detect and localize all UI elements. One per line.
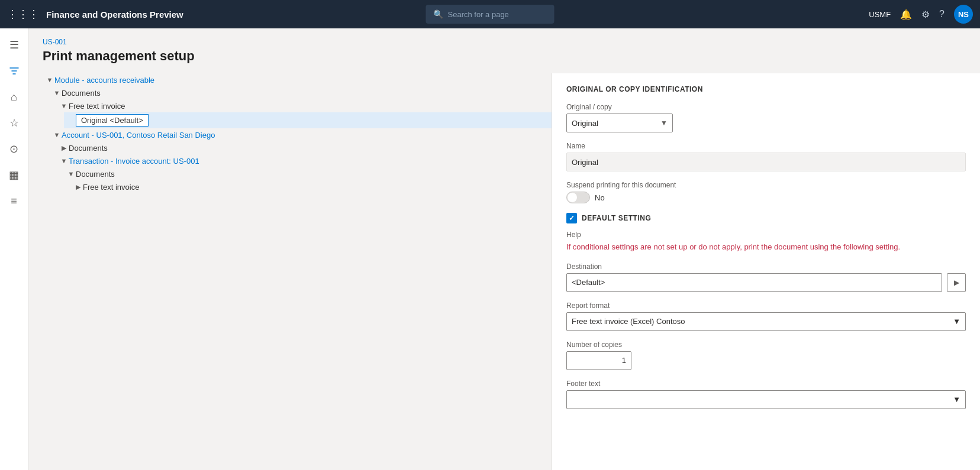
tree-label-free-text-invoice-1: Free text invoice: [69, 102, 125, 111]
tree-toggle-icon: ▼: [52, 130, 62, 140]
tree-item-transaction[interactable]: ▼ Transaction - Invoice account: US-001: [57, 154, 552, 167]
help-section: Help If conditional settings are not set…: [566, 231, 966, 253]
number-of-copies-value: 1: [622, 356, 626, 365]
tree-panel: ▼ Module - accounts receivable ▼ Documen…: [43, 73, 552, 470]
report-format-field-group: Report format Free text invoice (Excel) …: [566, 302, 966, 331]
default-setting-row: DEFAULT SETTING: [566, 213, 966, 223]
footer-text-field-group: Footer text ▼: [566, 380, 966, 409]
tree-label-original-default: Original <Default>: [76, 114, 149, 127]
tree-item-original-default[interactable]: Original <Default>: [64, 112, 552, 128]
main-content: US-001 Print management setup ▼ Module -…: [28, 28, 980, 470]
tree-item-documents-1[interactable]: ▼ Documents: [50, 86, 552, 99]
name-field: Original: [566, 153, 966, 171]
tree-item-account[interactable]: ▼ Account - US-001, Contoso Retail San D…: [50, 128, 552, 141]
notification-icon[interactable]: 🔔: [900, 9, 912, 20]
tree-toggle-icon: ▶: [59, 143, 69, 153]
settings-icon[interactable]: ⚙: [921, 9, 930, 20]
suspend-toggle-row: No: [566, 192, 966, 203]
breadcrumb: US-001: [43, 38, 980, 46]
name-field-group: Name Original: [566, 142, 966, 171]
suspend-field-group: Suspend printing for this document No: [566, 181, 966, 203]
tree-label-documents-2: Documents: [69, 144, 108, 153]
default-setting-label: DEFAULT SETTING: [582, 214, 651, 222]
sidebar-home-icon[interactable]: ⌂: [2, 85, 26, 109]
content-area: ▼ Module - accounts receivable ▼ Documen…: [43, 73, 980, 470]
report-format-value: Free text invoice (Excel) Contoso: [572, 317, 685, 326]
section-title-original-copy: ORIGINAL OR COPY IDENTIFICATION: [566, 85, 966, 93]
suspend-toggle-label: No: [595, 193, 605, 202]
report-format-label: Report format: [566, 302, 966, 310]
left-sidebar: ☰ ⌂ ☆ ⊙ ▦ ≡: [0, 28, 28, 470]
original-copy-dropdown[interactable]: Original ▼: [566, 114, 673, 132]
sidebar-modules-icon[interactable]: ≡: [2, 189, 26, 213]
sidebar-favorites-icon[interactable]: ☆: [2, 111, 26, 135]
company-label: USMF: [869, 10, 891, 19]
tree-toggle-icon: ▶: [73, 182, 83, 192]
tree-item-documents-2[interactable]: ▶ Documents: [57, 141, 552, 154]
default-setting-checkbox[interactable]: [566, 213, 577, 223]
destination-button[interactable]: ▶: [947, 273, 966, 292]
number-of-copies-label: Number of copies: [566, 341, 966, 349]
destination-value: <Default>: [572, 278, 605, 287]
app-title: Finance and Operations Preview: [46, 9, 183, 20]
top-nav-right: USMF 🔔 ⚙ ? NS: [869, 5, 973, 24]
destination-field-group: Destination <Default> ▶: [566, 262, 966, 292]
tree-toggle-icon: ▼: [45, 75, 54, 85]
tree-label-transaction: Transaction - Invoice account: US-001: [69, 157, 199, 166]
help-icon[interactable]: ?: [939, 9, 944, 20]
chevron-down-icon: ▼: [953, 395, 960, 404]
destination-label: Destination: [566, 262, 966, 271]
sidebar-hamburger-icon[interactable]: ☰: [2, 33, 26, 57]
search-input[interactable]: [448, 10, 547, 19]
chevron-down-icon: ▼: [953, 317, 960, 326]
app-grid-icon[interactable]: ⋮⋮⋮: [7, 8, 39, 21]
top-navigation: ⋮⋮⋮ Finance and Operations Preview 🔍 USM…: [0, 0, 980, 28]
footer-text-label: Footer text: [566, 380, 966, 388]
tree-label-account: Account - US-001, Contoso Retail San Die…: [62, 131, 215, 140]
tree-label-documents-1: Documents: [62, 89, 101, 98]
destination-row: <Default> ▶: [566, 273, 966, 292]
tree-label-module: Module - accounts receivable: [54, 76, 154, 85]
tree-toggle-icon: ▼: [59, 156, 69, 166]
tree-label-documents-3: Documents: [76, 170, 115, 179]
tree-toggle-icon: ▼: [59, 101, 69, 111]
tree-toggle-icon: ▼: [66, 169, 76, 179]
suspend-label: Suspend printing for this document: [566, 181, 966, 189]
sidebar-workspaces-icon[interactable]: ▦: [2, 163, 26, 187]
number-of-copies-field[interactable]: 1: [566, 351, 631, 370]
page-title: Print management setup: [43, 48, 980, 64]
tree-item-module[interactable]: ▼ Module - accounts receivable: [43, 73, 552, 86]
report-format-dropdown[interactable]: Free text invoice (Excel) Contoso ▼: [566, 312, 966, 331]
original-copy-label: Original / copy: [566, 103, 966, 111]
play-icon: ▶: [954, 278, 959, 287]
tree-label-free-text-invoice-2: Free text invoice: [83, 183, 139, 192]
suspend-toggle[interactable]: [566, 192, 590, 203]
destination-field[interactable]: <Default>: [566, 273, 942, 292]
tree-item-documents-3[interactable]: ▼ Documents: [64, 167, 552, 180]
original-copy-value: Original: [572, 119, 598, 128]
detail-panel: ORIGINAL OR COPY IDENTIFICATION Original…: [552, 73, 980, 470]
user-avatar[interactable]: NS: [954, 5, 973, 24]
search-bar[interactable]: 🔍: [426, 5, 555, 24]
original-copy-field-group: Original / copy Original ▼: [566, 103, 966, 132]
tree-item-free-text-invoice-1[interactable]: ▼ Free text invoice: [57, 99, 552, 112]
tree-item-free-text-invoice-2[interactable]: ▶ Free text invoice: [71, 180, 552, 193]
help-title: Help: [566, 231, 966, 239]
help-text: If conditional settings are not set up o…: [566, 241, 966, 253]
chevron-down-icon: ▼: [660, 119, 668, 127]
sidebar-filter-icon[interactable]: [2, 59, 26, 83]
footer-text-dropdown[interactable]: ▼: [566, 390, 966, 409]
sidebar-recent-icon[interactable]: ⊙: [2, 137, 26, 161]
name-label: Name: [566, 142, 966, 150]
search-icon: 🔍: [433, 9, 443, 19]
tree-toggle-spacer: [66, 116, 76, 125]
tree-toggle-icon: ▼: [52, 88, 62, 98]
number-of-copies-field-group: Number of copies 1: [566, 341, 966, 370]
